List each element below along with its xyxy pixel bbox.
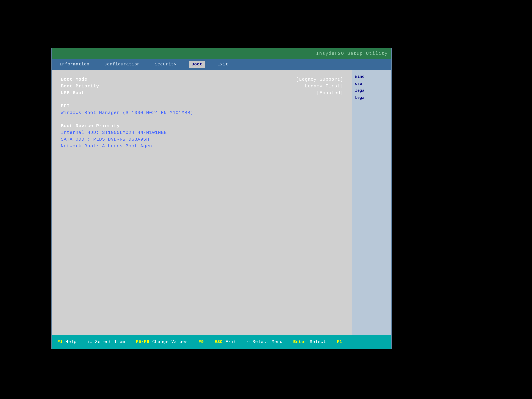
right-line-2: use (355, 82, 362, 86)
right-line-4: Lega (355, 95, 364, 100)
device-hdd[interactable]: Internal HDD: ST1000LM024 HN-M101MBB (61, 130, 343, 135)
status-arrows-v: ↑↓ Select Item (87, 339, 125, 344)
bios-screen: InsydeH2O Setup Utility Information Conf… (51, 48, 392, 349)
boot-priority-label: Boot Priority (61, 83, 99, 89)
content-area: Boot Mode [Legacy Support] Boot Priority… (52, 70, 391, 335)
key-enter: Enter (293, 339, 307, 344)
right-panel: Wind use lega Lega (352, 70, 391, 335)
tab-information[interactable]: Information (57, 61, 91, 68)
tab-boot[interactable]: Boot (189, 61, 205, 68)
desc-select-item: Select Item (95, 339, 125, 344)
status-f5f6: F5/F6 Change Values (136, 339, 188, 344)
boot-priority-value: [Legacy First] (302, 83, 343, 89)
efi-header: EFI (61, 103, 343, 109)
tab-security[interactable]: Security (153, 61, 179, 68)
tab-configuration[interactable]: Configuration (102, 61, 142, 68)
key-f10: F1 (337, 339, 342, 344)
tab-exit[interactable]: Exit (215, 61, 231, 68)
key-esc: ESC (215, 339, 223, 344)
right-line-3: lega (355, 89, 364, 93)
boot-mode-row[interactable]: Boot Mode [Legacy Support] (61, 77, 343, 82)
arrows-horizontal-icon: ↔ (247, 339, 250, 344)
main-panel: Boot Mode [Legacy Support] Boot Priority… (52, 70, 352, 335)
status-arrows-h: ↔ Select Menu (247, 339, 283, 344)
boot-priority-row[interactable]: Boot Priority [Legacy First] (61, 83, 343, 89)
desc-help: Help (66, 339, 77, 344)
desc-select-menu: Select Menu (253, 339, 283, 344)
usb-boot-label: USB Boot (61, 90, 84, 95)
usb-boot-row[interactable]: USB Boot [Enabled] (61, 90, 343, 95)
right-line-1: Wind (355, 75, 364, 79)
key-f9: F9 (198, 339, 204, 344)
status-f1: F1 Help (57, 339, 76, 344)
boot-mode-label: Boot Mode (61, 77, 87, 82)
device-network[interactable]: Network Boot: Atheros Boot Agent (61, 144, 343, 149)
status-enter: Enter Select (293, 339, 326, 344)
usb-boot-value: [Enabled] (317, 90, 343, 95)
key-f5f6: F5/F6 (136, 339, 150, 344)
efi-item[interactable]: Windows Boot Manager (ST1000LM024 HN-M10… (61, 110, 343, 115)
desc-change-values: Change Values (152, 339, 188, 344)
boot-device-header: Boot Device Priority (61, 123, 343, 129)
status-f10: F1 (337, 339, 342, 344)
right-panel-text: Wind use lega Lega (355, 73, 389, 101)
status-bar: F1 Help ↑↓ Select Item F5/F6 Change Valu… (52, 335, 391, 349)
desc-select: Select (310, 339, 326, 344)
status-esc: ESC Exit (215, 339, 237, 344)
desc-exit: Exit (226, 339, 237, 344)
status-f9: F9 (198, 339, 204, 344)
boot-mode-value: [Legacy Support] (296, 77, 343, 82)
header-bar: InsydeH2O Setup Utility (52, 48, 391, 59)
key-f1: F1 (57, 339, 63, 344)
bios-title: InsydeH2O Setup Utility (316, 51, 388, 56)
arrows-vertical-icon: ↑↓ (87, 339, 92, 344)
nav-bar: Information Configuration Security Boot … (52, 59, 391, 70)
device-sata[interactable]: SATA ODD : PLDS DVD-RW DS8A9SH (61, 137, 343, 142)
